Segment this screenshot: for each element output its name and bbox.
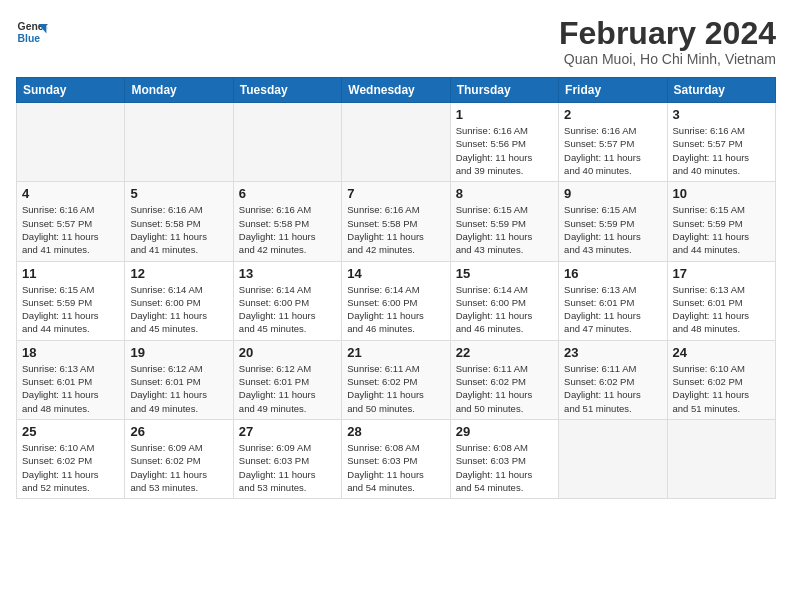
title-block: February 2024 Quan Muoi, Ho Chi Minh, Vi… bbox=[559, 16, 776, 67]
calendar-cell: 16Sunrise: 6:13 AM Sunset: 6:01 PM Dayli… bbox=[559, 261, 667, 340]
calendar-cell: 9Sunrise: 6:15 AM Sunset: 5:59 PM Daylig… bbox=[559, 182, 667, 261]
day-info: Sunrise: 6:16 AM Sunset: 5:58 PM Dayligh… bbox=[130, 203, 227, 256]
day-number: 14 bbox=[347, 266, 444, 281]
calendar-day-header: Friday bbox=[559, 78, 667, 103]
calendar-cell: 12Sunrise: 6:14 AM Sunset: 6:00 PM Dayli… bbox=[125, 261, 233, 340]
calendar-cell: 15Sunrise: 6:14 AM Sunset: 6:00 PM Dayli… bbox=[450, 261, 558, 340]
calendar-cell: 5Sunrise: 6:16 AM Sunset: 5:58 PM Daylig… bbox=[125, 182, 233, 261]
calendar-cell: 1Sunrise: 6:16 AM Sunset: 5:56 PM Daylig… bbox=[450, 103, 558, 182]
calendar-cell: 3Sunrise: 6:16 AM Sunset: 5:57 PM Daylig… bbox=[667, 103, 775, 182]
day-number: 29 bbox=[456, 424, 553, 439]
day-number: 9 bbox=[564, 186, 661, 201]
day-info: Sunrise: 6:13 AM Sunset: 6:01 PM Dayligh… bbox=[564, 283, 661, 336]
calendar-cell: 20Sunrise: 6:12 AM Sunset: 6:01 PM Dayli… bbox=[233, 340, 341, 419]
day-info: Sunrise: 6:16 AM Sunset: 5:58 PM Dayligh… bbox=[347, 203, 444, 256]
calendar-cell: 18Sunrise: 6:13 AM Sunset: 6:01 PM Dayli… bbox=[17, 340, 125, 419]
calendar-header-row: SundayMondayTuesdayWednesdayThursdayFrid… bbox=[17, 78, 776, 103]
day-info: Sunrise: 6:15 AM Sunset: 5:59 PM Dayligh… bbox=[456, 203, 553, 256]
day-number: 17 bbox=[673, 266, 770, 281]
day-info: Sunrise: 6:15 AM Sunset: 5:59 PM Dayligh… bbox=[673, 203, 770, 256]
calendar-cell bbox=[667, 419, 775, 498]
day-number: 20 bbox=[239, 345, 336, 360]
day-number: 15 bbox=[456, 266, 553, 281]
day-info: Sunrise: 6:14 AM Sunset: 6:00 PM Dayligh… bbox=[347, 283, 444, 336]
day-info: Sunrise: 6:16 AM Sunset: 5:58 PM Dayligh… bbox=[239, 203, 336, 256]
day-number: 27 bbox=[239, 424, 336, 439]
day-info: Sunrise: 6:09 AM Sunset: 6:02 PM Dayligh… bbox=[130, 441, 227, 494]
day-number: 16 bbox=[564, 266, 661, 281]
calendar-cell bbox=[233, 103, 341, 182]
day-number: 2 bbox=[564, 107, 661, 122]
calendar-cell: 7Sunrise: 6:16 AM Sunset: 5:58 PM Daylig… bbox=[342, 182, 450, 261]
day-number: 1 bbox=[456, 107, 553, 122]
page-subtitle: Quan Muoi, Ho Chi Minh, Vietnam bbox=[559, 51, 776, 67]
day-number: 3 bbox=[673, 107, 770, 122]
calendar-cell: 26Sunrise: 6:09 AM Sunset: 6:02 PM Dayli… bbox=[125, 419, 233, 498]
calendar-table: SundayMondayTuesdayWednesdayThursdayFrid… bbox=[16, 77, 776, 499]
calendar-week-row: 25Sunrise: 6:10 AM Sunset: 6:02 PM Dayli… bbox=[17, 419, 776, 498]
day-number: 8 bbox=[456, 186, 553, 201]
day-number: 28 bbox=[347, 424, 444, 439]
calendar-week-row: 4Sunrise: 6:16 AM Sunset: 5:57 PM Daylig… bbox=[17, 182, 776, 261]
calendar-cell: 4Sunrise: 6:16 AM Sunset: 5:57 PM Daylig… bbox=[17, 182, 125, 261]
day-number: 21 bbox=[347, 345, 444, 360]
calendar-cell: 28Sunrise: 6:08 AM Sunset: 6:03 PM Dayli… bbox=[342, 419, 450, 498]
calendar-cell: 13Sunrise: 6:14 AM Sunset: 6:00 PM Dayli… bbox=[233, 261, 341, 340]
day-info: Sunrise: 6:08 AM Sunset: 6:03 PM Dayligh… bbox=[347, 441, 444, 494]
day-number: 23 bbox=[564, 345, 661, 360]
day-info: Sunrise: 6:15 AM Sunset: 5:59 PM Dayligh… bbox=[22, 283, 119, 336]
day-number: 6 bbox=[239, 186, 336, 201]
calendar-week-row: 11Sunrise: 6:15 AM Sunset: 5:59 PM Dayli… bbox=[17, 261, 776, 340]
day-number: 11 bbox=[22, 266, 119, 281]
day-info: Sunrise: 6:11 AM Sunset: 6:02 PM Dayligh… bbox=[564, 362, 661, 415]
calendar-cell bbox=[342, 103, 450, 182]
calendar-cell: 21Sunrise: 6:11 AM Sunset: 6:02 PM Dayli… bbox=[342, 340, 450, 419]
calendar-day-header: Saturday bbox=[667, 78, 775, 103]
day-info: Sunrise: 6:16 AM Sunset: 5:57 PM Dayligh… bbox=[564, 124, 661, 177]
svg-text:Blue: Blue bbox=[18, 33, 41, 44]
day-number: 12 bbox=[130, 266, 227, 281]
day-info: Sunrise: 6:11 AM Sunset: 6:02 PM Dayligh… bbox=[456, 362, 553, 415]
day-number: 4 bbox=[22, 186, 119, 201]
day-info: Sunrise: 6:16 AM Sunset: 5:57 PM Dayligh… bbox=[22, 203, 119, 256]
day-number: 5 bbox=[130, 186, 227, 201]
day-info: Sunrise: 6:12 AM Sunset: 6:01 PM Dayligh… bbox=[130, 362, 227, 415]
day-info: Sunrise: 6:13 AM Sunset: 6:01 PM Dayligh… bbox=[673, 283, 770, 336]
day-info: Sunrise: 6:15 AM Sunset: 5:59 PM Dayligh… bbox=[564, 203, 661, 256]
logo: General Blue bbox=[16, 16, 48, 48]
calendar-cell: 19Sunrise: 6:12 AM Sunset: 6:01 PM Dayli… bbox=[125, 340, 233, 419]
day-number: 18 bbox=[22, 345, 119, 360]
day-info: Sunrise: 6:14 AM Sunset: 6:00 PM Dayligh… bbox=[456, 283, 553, 336]
page-header: General Blue February 2024 Quan Muoi, Ho… bbox=[16, 16, 776, 67]
calendar-day-header: Sunday bbox=[17, 78, 125, 103]
calendar-day-header: Wednesday bbox=[342, 78, 450, 103]
calendar-cell: 8Sunrise: 6:15 AM Sunset: 5:59 PM Daylig… bbox=[450, 182, 558, 261]
day-info: Sunrise: 6:16 AM Sunset: 5:56 PM Dayligh… bbox=[456, 124, 553, 177]
calendar-cell: 22Sunrise: 6:11 AM Sunset: 6:02 PM Dayli… bbox=[450, 340, 558, 419]
calendar-cell bbox=[559, 419, 667, 498]
calendar-cell: 24Sunrise: 6:10 AM Sunset: 6:02 PM Dayli… bbox=[667, 340, 775, 419]
calendar-day-header: Thursday bbox=[450, 78, 558, 103]
calendar-cell bbox=[17, 103, 125, 182]
day-number: 25 bbox=[22, 424, 119, 439]
calendar-day-header: Tuesday bbox=[233, 78, 341, 103]
calendar-cell: 11Sunrise: 6:15 AM Sunset: 5:59 PM Dayli… bbox=[17, 261, 125, 340]
day-number: 22 bbox=[456, 345, 553, 360]
calendar-cell: 6Sunrise: 6:16 AM Sunset: 5:58 PM Daylig… bbox=[233, 182, 341, 261]
logo-icon: General Blue bbox=[16, 16, 48, 48]
calendar-cell: 25Sunrise: 6:10 AM Sunset: 6:02 PM Dayli… bbox=[17, 419, 125, 498]
calendar-cell: 27Sunrise: 6:09 AM Sunset: 6:03 PM Dayli… bbox=[233, 419, 341, 498]
day-info: Sunrise: 6:10 AM Sunset: 6:02 PM Dayligh… bbox=[22, 441, 119, 494]
day-number: 7 bbox=[347, 186, 444, 201]
calendar-cell: 17Sunrise: 6:13 AM Sunset: 6:01 PM Dayli… bbox=[667, 261, 775, 340]
day-info: Sunrise: 6:13 AM Sunset: 6:01 PM Dayligh… bbox=[22, 362, 119, 415]
calendar-cell: 29Sunrise: 6:08 AM Sunset: 6:03 PM Dayli… bbox=[450, 419, 558, 498]
day-info: Sunrise: 6:14 AM Sunset: 6:00 PM Dayligh… bbox=[239, 283, 336, 336]
calendar-day-header: Monday bbox=[125, 78, 233, 103]
day-info: Sunrise: 6:12 AM Sunset: 6:01 PM Dayligh… bbox=[239, 362, 336, 415]
day-info: Sunrise: 6:14 AM Sunset: 6:00 PM Dayligh… bbox=[130, 283, 227, 336]
page-title: February 2024 bbox=[559, 16, 776, 51]
day-info: Sunrise: 6:16 AM Sunset: 5:57 PM Dayligh… bbox=[673, 124, 770, 177]
calendar-cell: 10Sunrise: 6:15 AM Sunset: 5:59 PM Dayli… bbox=[667, 182, 775, 261]
calendar-week-row: 18Sunrise: 6:13 AM Sunset: 6:01 PM Dayli… bbox=[17, 340, 776, 419]
